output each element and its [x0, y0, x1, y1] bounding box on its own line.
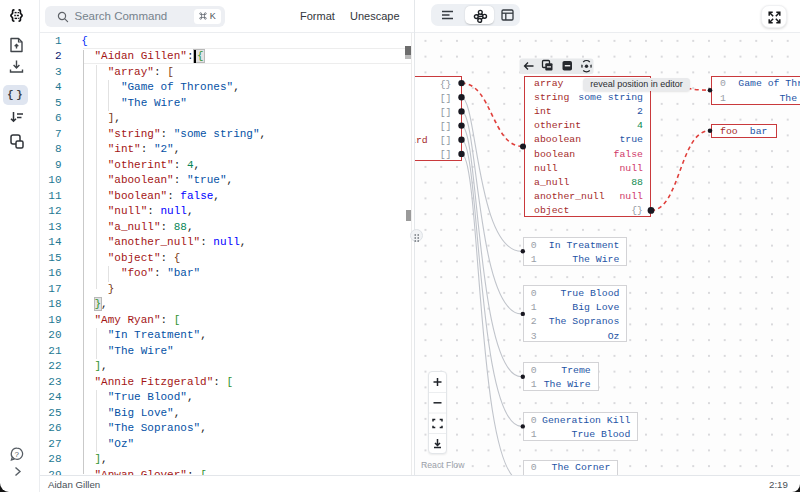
svg-text:?: ? [14, 450, 19, 459]
